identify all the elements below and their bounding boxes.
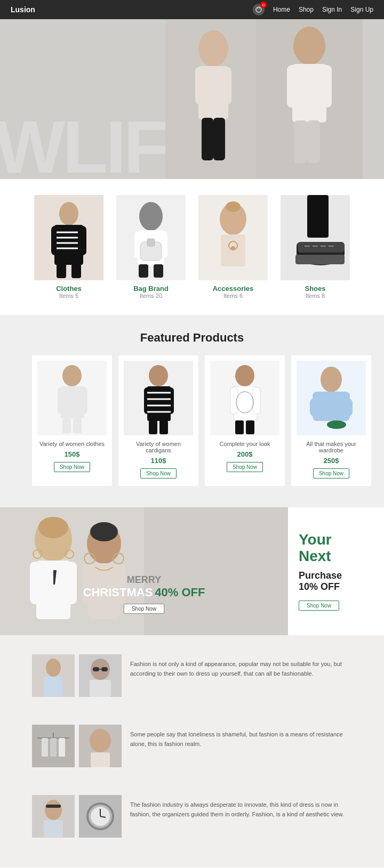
svg-rect-87 — [36, 561, 70, 619]
promo-purchase: Purchase10% OFF — [299, 570, 342, 593]
about-text-3: The fashion industry is always desperate… — [130, 795, 352, 819]
svg-rect-11 — [287, 65, 298, 108]
about-images-3 — [32, 795, 122, 838]
about-img-5 — [32, 795, 75, 838]
navbar: Lusion 0 Home Shop Sign In Sign Up — [0, 0, 384, 19]
products-grid: Variety of women clothes 150$ Shop Now — [32, 355, 352, 486]
svg-point-2 — [198, 30, 228, 67]
svg-rect-114 — [59, 738, 65, 757]
product-4-desc: All that makes your wardrobe — [297, 441, 366, 453]
svg-rect-19 — [78, 226, 86, 255]
category-bag[interactable]: Bag Brand Items 20 — [114, 195, 188, 299]
svg-point-16 — [59, 202, 78, 225]
about-section: Fashion is not only a kind of appearance… — [0, 635, 384, 867]
promo-merry: MERRY — [75, 574, 213, 586]
product-3-shop-btn[interactable]: Shop Now — [227, 462, 263, 472]
svg-rect-82 — [343, 398, 353, 417]
promo-right-shop-button[interactable]: Shop Now — [299, 601, 339, 611]
about-images-2 — [32, 725, 122, 767]
svg-rect-77 — [246, 420, 254, 434]
product-4-price: 250$ — [297, 457, 366, 465]
svg-point-70 — [235, 365, 254, 386]
about-row-3: The fashion industry is always desperate… — [32, 786, 352, 846]
hero-model-left — [165, 19, 261, 179]
svg-rect-56 — [62, 418, 71, 433]
accessories-name: Accessories — [196, 285, 270, 293]
svg-rect-20 — [57, 263, 66, 278]
svg-rect-46 — [295, 255, 345, 264]
svg-point-94 — [90, 522, 118, 541]
svg-point-86 — [38, 517, 68, 538]
product-2-shop-btn[interactable]: Shop Now — [140, 468, 177, 478]
category-accessories[interactable]: Accessories Items 6 — [196, 195, 270, 299]
svg-rect-72 — [230, 387, 238, 414]
product-1-price: 150$ — [37, 450, 107, 458]
svg-point-83 — [327, 420, 346, 429]
cart-icon[interactable]: 0 — [253, 4, 265, 15]
product-3-image — [210, 361, 279, 435]
svg-rect-102 — [44, 677, 63, 697]
svg-rect-32 — [147, 239, 155, 246]
svg-rect-55 — [80, 387, 87, 414]
svg-rect-57 — [73, 418, 82, 433]
product-1-shop-btn[interactable]: Shop Now — [54, 462, 90, 472]
product-1: Variety of women clothes 150$ Shop Now — [32, 355, 112, 486]
about-img-1 — [32, 654, 75, 697]
about-images-1 — [32, 654, 122, 697]
svg-rect-76 — [235, 420, 244, 434]
svg-rect-45 — [298, 242, 345, 253]
product-4: All that makes your wardrobe 250$ Shop N… — [291, 355, 371, 486]
hero-bg-text: WLIF — [0, 110, 166, 179]
svg-rect-54 — [58, 387, 65, 414]
promo-off: 40% OFF — [155, 586, 205, 599]
nav-shop[interactable]: Shop — [299, 6, 314, 13]
category-clothes[interactable]: Clothes Items 5 — [32, 195, 106, 299]
about-img-3 — [32, 725, 75, 767]
product-3-price: 200$ — [210, 450, 279, 458]
product-4-image — [297, 361, 366, 435]
svg-rect-13 — [294, 120, 307, 163]
product-2-image — [124, 361, 193, 435]
svg-rect-62 — [166, 387, 174, 414]
svg-rect-107 — [101, 667, 108, 671]
nav-links: Home Shop Sign In Sign Up — [273, 6, 373, 13]
about-row-2: Some people say that loneliness is shame… — [32, 716, 352, 776]
clothes-image — [34, 195, 103, 280]
shoes-name: Shoes — [278, 285, 352, 293]
svg-rect-105 — [90, 680, 111, 697]
logo: Lusion — [11, 5, 253, 14]
svg-rect-67 — [149, 420, 157, 434]
shoes-image — [281, 195, 350, 280]
product-2: Variety of women cardigans 110$ Shop Now — [118, 355, 198, 486]
svg-rect-117 — [91, 752, 110, 767]
product-4-shop-btn[interactable]: Shop Now — [313, 468, 349, 478]
svg-rect-120 — [46, 805, 61, 808]
promo-banner: MERRY CHRISTMAS 40% OFF Shop Now YourNex… — [0, 507, 384, 635]
nav-signup[interactable]: Sign Up — [350, 6, 373, 13]
accessories-items: Items 6 — [196, 293, 270, 299]
svg-rect-121 — [44, 820, 63, 838]
nav-home[interactable]: Home — [273, 6, 290, 13]
promo-overlay-text: MERRY CHRISTMAS 40% OFF Shop Now — [75, 574, 213, 614]
bag-items: Items 20 — [114, 293, 188, 299]
product-1-image — [37, 361, 107, 435]
nav-signin[interactable]: Sign In — [322, 6, 342, 13]
category-shoes[interactable]: Shoes Items 8 — [278, 195, 352, 299]
accessories-image — [198, 195, 268, 280]
svg-rect-88 — [30, 562, 41, 604]
promo-left: MERRY CHRISTMAS 40% OFF Shop Now — [0, 507, 288, 635]
svg-rect-18 — [51, 226, 60, 255]
svg-rect-33 — [139, 264, 148, 278]
promo-shop-button[interactable]: Shop Now — [124, 604, 164, 614]
categories-section: Clothes Items 5 Bag Brand Items 20 — [0, 179, 384, 315]
svg-point-79 — [321, 367, 342, 392]
product-3: Complete your look 200$ Shop Now — [205, 355, 285, 486]
svg-rect-42 — [307, 195, 329, 238]
product-3-desc: Complete your look — [210, 441, 279, 447]
svg-rect-73 — [253, 387, 260, 414]
svg-rect-34 — [154, 264, 163, 278]
svg-point-27 — [139, 202, 163, 231]
svg-point-40 — [231, 246, 235, 250]
svg-point-101 — [46, 659, 61, 677]
clothes-name: Clothes — [32, 285, 106, 293]
